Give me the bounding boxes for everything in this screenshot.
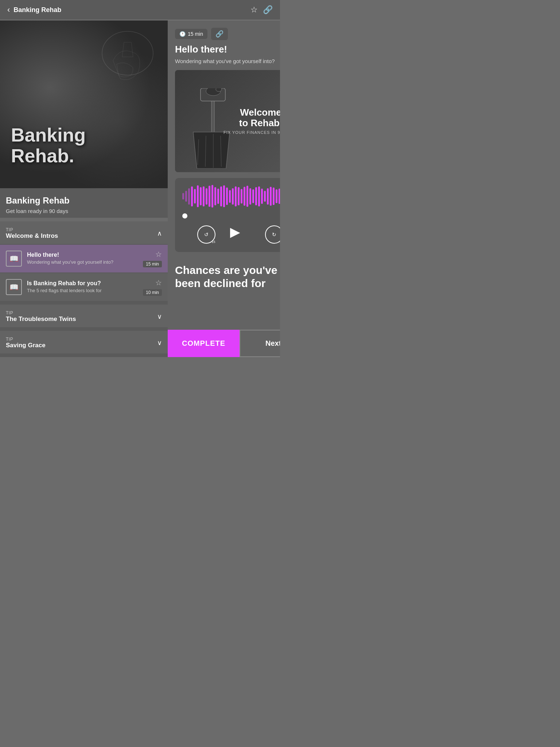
forward-button[interactable]: ↻ 15 <box>265 225 280 244</box>
waveform-bar <box>276 189 277 203</box>
waveform-bar <box>211 185 213 208</box>
section-chevron-2: ∨ <box>157 313 162 321</box>
lesson-star-1[interactable]: ☆ <box>155 250 162 259</box>
waveform-bar <box>232 188 234 205</box>
waveform-bar <box>226 187 228 205</box>
section-header-text-twins: Tip The Troublesome Twins <box>6 310 76 323</box>
progress-row[interactable]: --:-- <box>182 213 280 218</box>
section-header-welcome[interactable]: Tip Welcome & Intros ∧ <box>0 221 168 244</box>
favorite-icon[interactable]: ☆ <box>250 5 258 15</box>
waveform-bar <box>244 187 245 206</box>
waveform-bar <box>235 186 237 206</box>
chances-text: Chances are you'vebeen declined for <box>168 258 280 294</box>
player-controls: ↺ 15 ▶ ↻ 15 <box>182 224 280 245</box>
lesson-duration-2: 10 min <box>143 289 162 296</box>
share-icon[interactable]: 🔗 <box>263 5 273 15</box>
waveform-bar <box>279 189 280 204</box>
waveform <box>182 185 280 207</box>
waveform-bar <box>191 186 193 206</box>
svg-point-4 <box>216 88 222 92</box>
header-title: Banking Rehab <box>13 6 61 14</box>
waveform-bar <box>214 187 216 205</box>
section-label-1: Tip <box>6 227 58 232</box>
waveform-bar <box>200 187 202 205</box>
right-column: 🕐 15 min 🔗 Hello there! Wondering what y… <box>168 20 280 357</box>
section-chevron-1: ∧ <box>157 229 162 237</box>
next-label: Next <box>265 339 280 348</box>
course-sketch-overlay <box>91 24 164 97</box>
lesson-right-2: ☆ 10 min <box>143 278 162 296</box>
course-title: Banking Rehab <box>6 196 162 206</box>
waveform-bar <box>273 187 275 205</box>
lesson-item-banking-rehab[interactable]: 📖 Is Banking Rehab for you? The 5 red fl… <box>0 273 168 301</box>
clock-icon: 🕐 <box>179 31 186 37</box>
waveform-bar <box>182 193 184 200</box>
section-title-3: Saving Grace <box>6 342 46 349</box>
audio-player: --:-- ↺ 15 ▶ ↻ 15 <box>175 178 280 252</box>
progress-dot[interactable] <box>182 213 187 218</box>
section-header-twins[interactable]: Tip The Troublesome Twins ∨ <box>0 305 168 327</box>
waveform-bar <box>229 190 231 203</box>
back-button[interactable]: ‹ <box>7 5 10 15</box>
lesson-info-2: Is Banking Rehab for you? The 5 red flag… <box>27 280 138 294</box>
main-layout: BankingRehab. Banking Rehab Get loan rea… <box>0 20 280 357</box>
waveform-bar <box>252 189 254 203</box>
section-title-1: Welcome & Intros <box>6 232 58 240</box>
waveform-bar <box>197 185 199 207</box>
waveform-bar <box>185 191 187 202</box>
lesson-item-hello[interactable]: 📖 Hello there! Wondering what you've got… <box>0 245 168 272</box>
lesson-name-1: Hello there! <box>27 252 138 258</box>
waveform-bar <box>217 189 219 204</box>
waveform-bar <box>270 187 272 206</box>
left-column: BankingRehab. Banking Rehab Get loan rea… <box>0 20 168 357</box>
right-meta: 🕐 15 min 🔗 <box>168 20 280 44</box>
rehab-image: Welcometo Rehab. FIX YOUR FINANCES IN 90… <box>175 70 280 172</box>
waveform-bar <box>258 186 260 206</box>
waveform-bar <box>249 188 251 205</box>
waveform-bar <box>206 188 207 205</box>
header-left: ‹ Banking Rehab <box>7 5 61 15</box>
header-icons: ☆ 🔗 <box>250 5 273 15</box>
bottom-bar: COMPLETE Next › <box>168 330 280 357</box>
right-lesson-title: Hello there! <box>168 44 280 58</box>
waveform-bar <box>188 188 190 205</box>
lesson-star-2[interactable]: ☆ <box>155 278 162 287</box>
rehab-image-text: Welcometo Rehab. FIX YOUR FINANCES IN 90… <box>223 107 280 135</box>
lesson-name-2: Is Banking Rehab for you? <box>27 280 138 287</box>
lesson-info-1: Hello there! Wondering what you've got y… <box>27 252 138 266</box>
header: ‹ Banking Rehab ☆ 🔗 <box>0 0 280 20</box>
section-title-2: The Troublesome Twins <box>6 316 76 323</box>
waveform-bar <box>264 191 266 202</box>
lesson-icon-1: 📖 <box>6 251 22 267</box>
section-label-2: Tip <box>6 310 76 316</box>
section-header-text-saving: Tip Saving Grace <box>6 337 46 349</box>
waveform-bar <box>261 189 263 204</box>
course-info: Banking Rehab Get loan ready in 90 days <box>0 188 168 218</box>
course-image: BankingRehab. <box>0 20 168 188</box>
section-header-text: Tip Welcome & Intros <box>6 227 58 240</box>
course-image-text: BankingRehab. <box>11 125 86 166</box>
lesson-icon-2: 📖 <box>6 279 22 295</box>
lesson-duration-1: 15 min <box>143 261 162 267</box>
right-lesson-desc: Wondering what you've got yourself into? <box>168 58 280 70</box>
play-button[interactable]: ▶ <box>230 224 250 245</box>
lesson-right-1: ☆ 15 min <box>143 250 162 267</box>
section-chevron-3: ∨ <box>157 339 162 347</box>
waveform-bar <box>220 186 222 206</box>
waveform-bar <box>223 185 225 207</box>
waveform-bar <box>246 186 248 207</box>
rehab-sub-text: FIX YOUR FINANCES IN 90 DAYS. <box>223 131 280 135</box>
link-badge[interactable]: 🔗 <box>211 28 228 40</box>
next-button[interactable]: Next › <box>240 330 280 357</box>
section-label-3: Tip <box>6 337 46 342</box>
complete-button[interactable]: COMPLETE <box>168 330 240 357</box>
waveform-bar <box>267 188 269 205</box>
rewind-button[interactable]: ↺ 15 <box>197 225 215 244</box>
duration-badge: 🕐 15 min <box>175 29 207 39</box>
rehab-main-text: Welcometo Rehab. <box>223 107 280 128</box>
waveform-bar <box>203 186 205 206</box>
course-subtitle: Get loan ready in 90 days <box>6 208 162 214</box>
section-header-saving[interactable]: Tip Saving Grace ∨ <box>0 331 168 353</box>
waveform-bar <box>209 186 210 207</box>
svg-point-0 <box>102 31 153 75</box>
